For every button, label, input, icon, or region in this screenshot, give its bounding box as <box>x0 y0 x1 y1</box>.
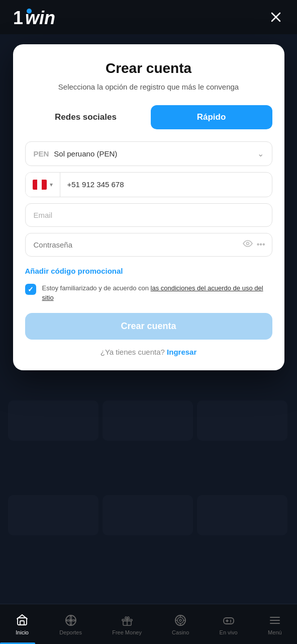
country-chevron-icon: ▾ <box>50 181 53 188</box>
svg-point-5 <box>246 243 249 245</box>
flag-left <box>33 180 37 190</box>
svg-point-15 <box>177 617 183 623</box>
nav-item-inicio[interactable]: Inicio <box>9 609 35 639</box>
terms-checkbox[interactable]: ✓ <box>25 284 36 295</box>
gift-icon <box>120 613 134 627</box>
modal-subtitle: Selecciona la opción de registro que más… <box>25 82 272 93</box>
password-field-row: ••• <box>25 233 272 257</box>
phone-input[interactable] <box>60 173 272 197</box>
logo: 1 win <box>12 7 57 27</box>
promo-code-link[interactable]: Añadir código promocional <box>25 267 123 275</box>
nav-label-menu: Menú <box>268 629 282 635</box>
sports-icon <box>64 613 78 627</box>
nav-item-en-vivo[interactable]: En vivo <box>214 609 244 639</box>
password-icons: ••• <box>243 240 265 249</box>
modal-overlay: Crear cuenta Selecciona la opción de reg… <box>0 34 297 604</box>
currency-name: Sol peruano (PEN) <box>54 149 257 158</box>
logo-svg: 1 win <box>12 7 57 27</box>
nav-label-en-vivo: En vivo <box>220 629 238 635</box>
nav-label-inicio: Inicio <box>16 629 29 635</box>
header: 1 win <box>0 0 297 34</box>
svg-text:1: 1 <box>13 8 23 27</box>
svg-rect-6 <box>18 618 27 625</box>
bottom-navigation: Inicio Deportes Free Money <box>0 604 297 644</box>
gamepad-icon <box>222 613 236 627</box>
login-row: ¿Ya tienes cuenta? Ingresar <box>25 348 272 356</box>
nav-item-free-money[interactable]: Free Money <box>106 609 148 639</box>
more-options-icon[interactable]: ••• <box>257 240 265 249</box>
terms-text: Estoy familiarizado y de acuerdo con las… <box>42 283 272 303</box>
password-input[interactable] <box>25 233 272 257</box>
home-icon <box>15 613 29 627</box>
eye-icon[interactable] <box>243 240 253 249</box>
svg-point-25 <box>230 621 231 622</box>
nav-item-menu[interactable]: Menú <box>262 609 288 639</box>
flag-mid <box>37 180 42 190</box>
svg-text:win: win <box>25 8 55 27</box>
flag-right <box>42 180 46 190</box>
tab-social[interactable]: Redes sociales <box>25 105 147 129</box>
currency-field-row: PEN Sol peruano (PEN) ⌄ <box>25 141 272 166</box>
svg-rect-21 <box>224 618 234 624</box>
svg-point-24 <box>230 619 231 620</box>
phone-field-row: ▾ <box>25 172 272 197</box>
country-selector[interactable]: ▾ <box>26 173 60 197</box>
registration-tabs: Redes sociales Rápido <box>25 105 272 129</box>
terms-prefix: Estoy familiarizado y de acuerdo con <box>42 284 151 292</box>
modal-title: Crear cuenta <box>25 60 272 76</box>
nav-label-casino: Casino <box>172 629 189 635</box>
chevron-down-icon: ⌄ <box>257 149 264 158</box>
phone-row: ▾ <box>25 172 272 197</box>
peru-flag <box>33 180 47 190</box>
create-account-button[interactable]: Crear cuenta <box>25 313 272 340</box>
email-input[interactable] <box>25 203 272 227</box>
menu-icon <box>268 613 282 627</box>
nav-label-free-money: Free Money <box>112 629 142 635</box>
checkmark-icon: ✓ <box>28 285 34 293</box>
email-field-row <box>25 203 272 227</box>
nav-label-deportes: Deportes <box>59 629 82 635</box>
casino-icon <box>173 613 187 627</box>
nav-item-casino[interactable]: Casino <box>166 609 195 639</box>
terms-checkbox-row: ✓ Estoy familiarizado y de acuerdo con l… <box>25 283 272 303</box>
login-prompt: ¿Ya tienes cuenta? <box>101 348 165 356</box>
nav-item-deportes[interactable]: Deportes <box>53 609 88 639</box>
svg-point-16 <box>179 619 181 621</box>
close-button[interactable] <box>267 8 285 26</box>
login-link[interactable]: Ingresar <box>167 348 196 356</box>
svg-rect-7 <box>20 621 24 625</box>
tab-rapid[interactable]: Rápido <box>151 105 272 129</box>
registration-modal: Crear cuenta Selecciona la opción de reg… <box>13 44 284 370</box>
currency-selector[interactable]: PEN Sol peruano (PEN) ⌄ <box>25 141 272 166</box>
close-icon <box>270 11 282 23</box>
currency-code: PEN <box>34 149 49 158</box>
